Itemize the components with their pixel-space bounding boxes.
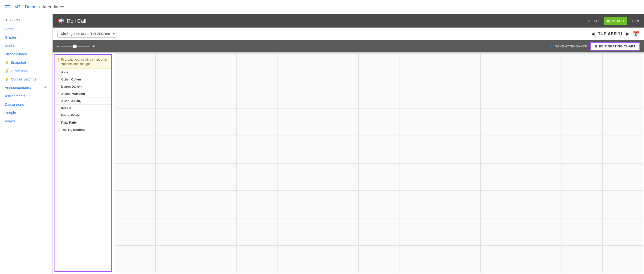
grid-cell[interactable]: [156, 136, 196, 163]
grid-cell[interactable]: [115, 136, 156, 163]
grid-cell[interactable]: [277, 53, 318, 81]
grid-cell[interactable]: [358, 163, 399, 191]
grid-cell[interactable]: [480, 136, 521, 163]
grid-cell[interactable]: [318, 136, 358, 163]
grid-cell[interactable]: [358, 245, 399, 273]
grid-cell[interactable]: [277, 218, 318, 246]
grid-cell[interactable]: [156, 218, 196, 246]
grid-cell[interactable]: [602, 53, 643, 81]
student-list-item[interactable]: ⠿ Julian, Julian,: [55, 97, 111, 105]
grid-cell[interactable]: [480, 191, 521, 218]
grid-cell[interactable]: [399, 108, 440, 136]
grid-cell[interactable]: [602, 136, 643, 163]
grid-cell[interactable]: [602, 163, 643, 191]
grid-cell[interactable]: [156, 53, 196, 81]
grid-cell[interactable]: [562, 163, 602, 191]
grid-cell[interactable]: [237, 191, 277, 218]
grid-cell[interactable]: [196, 245, 237, 273]
class-view-btn[interactable]: ⊞ CLASS: [604, 17, 627, 25]
calendar-btn[interactable]: 📅: [633, 31, 639, 37]
grid-cell[interactable]: [318, 245, 358, 273]
grid-cell[interactable]: [277, 245, 318, 273]
breadcrumb-course-link[interactable]: MTH Demo: [14, 5, 36, 10]
hamburger-icon[interactable]: [5, 5, 10, 9]
seating-grid[interactable]: [114, 52, 644, 274]
grid-cell[interactable]: [602, 108, 643, 136]
grid-cell[interactable]: [196, 108, 237, 136]
grid-cell[interactable]: [480, 108, 521, 136]
grid-cell[interactable]: [521, 136, 562, 163]
sidebar-item-snapshot[interactable]: 💡 Snapshot: [0, 58, 52, 67]
next-date-btn[interactable]: ▶: [625, 30, 630, 37]
grid-cell[interactable]: [440, 218, 480, 246]
zoom-minus-btn[interactable]: −: [56, 44, 59, 49]
prev-date-btn[interactable]: ◀: [590, 30, 596, 37]
grid-cell[interactable]: [318, 108, 358, 136]
grid-cell[interactable]: [562, 81, 602, 108]
student-list-item[interactable]: ⠿ Krista, Krista,: [55, 112, 111, 119]
sidebar-item-people[interactable]: People: [0, 108, 52, 117]
grid-cell[interactable]: [358, 108, 399, 136]
grid-cell[interactable]: [399, 163, 440, 191]
grid-cell[interactable]: [196, 218, 237, 246]
class-select[interactable]: Kindergarten Math (1 of 2) Demo: [57, 30, 116, 38]
sidebar-item-assignments[interactable]: Assignments: [0, 92, 52, 100]
grid-cell[interactable]: [440, 191, 480, 218]
grid-cell[interactable]: [440, 81, 480, 108]
sidebar-item-strongminded[interactable]: StrongMinded: [0, 50, 52, 58]
grid-cell[interactable]: [440, 245, 480, 273]
grid-cell[interactable]: [318, 163, 358, 191]
grid-cell[interactable]: [562, 245, 602, 273]
grid-cell[interactable]: [358, 81, 399, 108]
grid-cell[interactable]: [521, 108, 562, 136]
grid-cell[interactable]: [399, 245, 440, 273]
grid-cell[interactable]: [521, 53, 562, 81]
grid-cell[interactable]: [602, 245, 643, 273]
grid-cell[interactable]: [480, 218, 521, 246]
sidebar-item-course-settings[interactable]: 💡 Course Settings: [0, 75, 52, 83]
grid-cell[interactable]: [277, 136, 318, 163]
grid-cell[interactable]: [318, 218, 358, 246]
grid-cell[interactable]: [277, 163, 318, 191]
grid-cell[interactable]: [115, 53, 156, 81]
grid-cell[interactable]: [237, 108, 277, 136]
student-list-item[interactable]: ⠿ Cohen Cohen_: [55, 76, 111, 83]
grid-cell[interactable]: [196, 53, 237, 81]
sidebar-item-modules[interactable]: Modules: [0, 41, 52, 50]
grid-cell[interactable]: [358, 53, 399, 81]
grid-cell[interactable]: [115, 108, 156, 136]
student-list-item[interactable]: ⠿ Training Student: [55, 126, 111, 133]
grid-cell[interactable]: [521, 191, 562, 218]
grid-cell[interactable]: [521, 245, 562, 273]
grid-cell[interactable]: [196, 191, 237, 218]
grid-cell[interactable]: [480, 245, 521, 273]
grid-cell[interactable]: [440, 136, 480, 163]
settings-button[interactable]: ⚙ ▾: [632, 19, 639, 24]
grid-cell[interactable]: [115, 218, 156, 246]
grid-cell[interactable]: [277, 191, 318, 218]
student-list-item[interactable]: ⠿ Kelly K: [55, 105, 111, 112]
grid-cell[interactable]: [237, 53, 277, 81]
grid-cell[interactable]: [237, 245, 277, 273]
grid-cell[interactable]: [318, 53, 358, 81]
zoom-plus-btn[interactable]: +: [92, 44, 95, 49]
grid-cell[interactable]: [196, 136, 237, 163]
grid-cell[interactable]: [440, 53, 480, 81]
grid-cell[interactable]: [318, 81, 358, 108]
grid-cell[interactable]: [562, 218, 602, 246]
grid-cell[interactable]: [399, 53, 440, 81]
grid-cell[interactable]: [440, 163, 480, 191]
sidebar-item-gradebook[interactable]: 💡 Gradebook: [0, 67, 52, 75]
grid-cell[interactable]: [277, 108, 318, 136]
grid-cell[interactable]: [399, 191, 440, 218]
zoom-slider-track[interactable]: [62, 46, 90, 47]
grid-cell[interactable]: [562, 191, 602, 218]
grid-cell[interactable]: [562, 136, 602, 163]
grid-cell[interactable]: [521, 218, 562, 246]
grid-cell[interactable]: [237, 136, 277, 163]
grid-cell[interactable]: [480, 53, 521, 81]
grid-cell[interactable]: [115, 163, 156, 191]
grid-cell[interactable]: [562, 53, 602, 81]
grid-cell[interactable]: [115, 245, 156, 273]
student-list-item[interactable]: ⠿ Ashli: [55, 69, 111, 76]
